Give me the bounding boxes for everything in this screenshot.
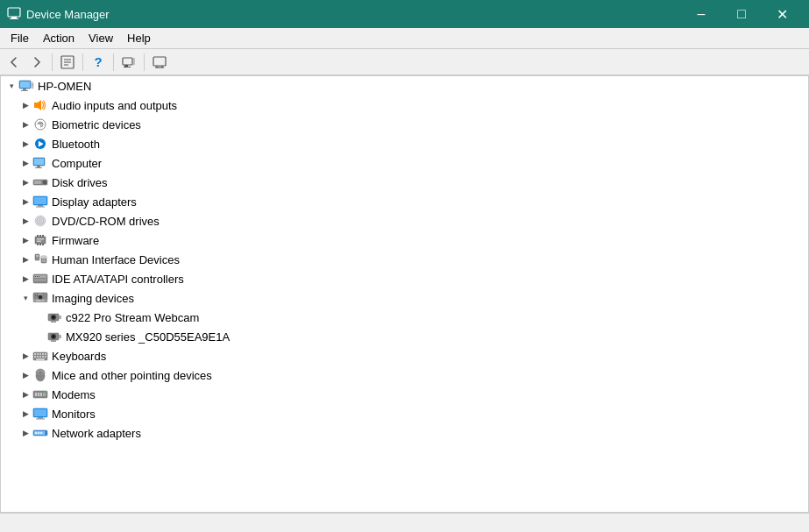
audio-expander[interactable]: ▶ — [18, 98, 32, 112]
monitors-icon — [32, 406, 48, 422]
svg-rect-102 — [35, 393, 37, 396]
main-area: ▾ HP-OMEN ▶ — [0, 75, 809, 513]
svg-rect-0 — [8, 8, 20, 17]
monitors-expander[interactable]: ▶ — [18, 407, 32, 421]
bluetooth-icon — [32, 136, 48, 152]
webcam2-label: MX920 series _C50D55EA9E1A — [66, 330, 230, 344]
svg-rect-91 — [37, 356, 39, 358]
tree-item-audio[interactable]: ▶ Audio inputs and outputs — [1, 96, 808, 115]
network-expander[interactable]: ▶ — [18, 426, 32, 440]
separator-3 — [113, 53, 114, 71]
svg-rect-2 — [10, 18, 18, 19]
tree-item-network[interactable]: ▶ Network adapters — [1, 423, 808, 443]
menu-file[interactable]: File — [4, 30, 36, 46]
svg-rect-20 — [32, 84, 33, 86]
maximize-button[interactable]: □ — [721, 0, 762, 28]
separator-1 — [52, 53, 53, 71]
svg-rect-89 — [45, 353, 46, 355]
network-icon — [32, 425, 48, 441]
webcam2-icon — [46, 329, 62, 344]
ide-icon — [32, 271, 48, 287]
svg-rect-90 — [34, 356, 36, 358]
svg-rect-104 — [40, 393, 42, 396]
imaging-expander[interactable]: ▾ — [18, 291, 32, 305]
svg-rect-51 — [36, 255, 39, 257]
audio-icon — [32, 97, 48, 113]
network-label: Network adapters — [52, 427, 141, 440]
tree-item-display[interactable]: ▶ Display adapters — [1, 192, 808, 211]
tree-item-mice[interactable]: ▶ Mice and other pointing devices — [1, 365, 808, 385]
firmware-icon — [32, 232, 48, 248]
tree-item-keyboards[interactable]: ▶ Keyboards — [1, 346, 808, 365]
svg-rect-93 — [42, 356, 44, 358]
monitor-button[interactable] — [149, 52, 170, 73]
tree-item-webcam2[interactable]: MX920 series _C50D55EA9E1A — [1, 327, 808, 346]
mice-expander[interactable]: ▶ — [18, 368, 32, 382]
svg-rect-87 — [39, 353, 41, 355]
disk-expander[interactable]: ▶ — [18, 175, 32, 189]
modems-icon — [32, 387, 48, 402]
display-expander[interactable]: ▶ — [18, 195, 32, 209]
tree-root[interactable]: ▾ HP-OMEN — [1, 76, 808, 96]
forward-button[interactable] — [26, 52, 47, 73]
tree-item-webcam1[interactable]: c922 Pro Stream Webcam — [1, 308, 808, 327]
svg-rect-85 — [34, 353, 36, 355]
svg-rect-71 — [36, 300, 41, 301]
dvd-label: DVD/CD-ROM drives — [52, 215, 160, 228]
biometric-expander[interactable]: ▶ — [18, 117, 32, 131]
tree-item-hid[interactable]: ▶ Human Interface Devices — [1, 250, 808, 269]
menu-help[interactable]: Help — [120, 30, 158, 46]
status-bar — [0, 513, 809, 532]
properties-button[interactable] — [57, 52, 78, 73]
svg-rect-54 — [41, 256, 46, 259]
svg-rect-44 — [42, 235, 44, 237]
tree-item-imaging[interactable]: ▾ Imaging devices — [1, 288, 808, 308]
tree-item-modems[interactable]: ▶ Modems — [1, 385, 808, 404]
tree-item-biometric[interactable]: ▶ Biometric devices — [1, 115, 808, 134]
svg-rect-92 — [39, 356, 41, 358]
help-button[interactable]: ? — [88, 52, 109, 73]
svg-rect-61 — [39, 276, 39, 277]
separator-4 — [144, 53, 145, 71]
dvd-icon — [32, 213, 48, 229]
tree-item-monitors[interactable]: ▶ Monitors — [1, 404, 808, 423]
svg-point-106 — [45, 391, 46, 393]
svg-point-69 — [39, 296, 42, 299]
scan-button[interactable] — [118, 52, 139, 73]
svg-rect-60 — [37, 276, 38, 277]
audio-label: Audio inputs and outputs — [52, 99, 177, 112]
svg-rect-45 — [37, 244, 39, 245]
bluetooth-expander[interactable]: ▶ — [18, 137, 32, 151]
modems-expander[interactable]: ▶ — [18, 387, 32, 401]
hid-expander[interactable]: ▶ — [18, 252, 32, 266]
tree-item-computer[interactable]: ▶ Computer — [1, 153, 808, 173]
dvd-expander[interactable]: ▶ — [18, 214, 32, 228]
svg-rect-115 — [38, 432, 39, 434]
tree-item-dvd[interactable]: ▶ DVD/CD-ROM drives — [1, 211, 808, 231]
tree-item-firmware[interactable]: ▶ Firmware — [1, 231, 808, 250]
tree-item-ide[interactable]: ▶ IDE ATA/ATAPI controllers — [1, 269, 808, 288]
root-expander[interactable]: ▾ — [4, 79, 18, 93]
svg-rect-109 — [38, 417, 43, 419]
svg-rect-88 — [42, 353, 44, 355]
minimize-button[interactable]: – — [681, 0, 721, 28]
menu-action[interactable]: Action — [36, 30, 82, 46]
ide-expander[interactable]: ▶ — [18, 272, 32, 286]
menu-view[interactable]: View — [82, 30, 120, 46]
firmware-expander[interactable]: ▶ — [18, 233, 32, 247]
svg-rect-27 — [37, 166, 40, 167]
toolbar: ? — [0, 49, 809, 75]
tree-item-disk[interactable]: ▶ Disk drives — [1, 173, 808, 192]
device-tree[interactable]: ▾ HP-OMEN ▶ — [0, 75, 809, 513]
svg-rect-105 — [43, 393, 46, 396]
tree-item-bluetooth[interactable]: ▶ Bluetooth — [1, 134, 808, 153]
svg-rect-110 — [36, 419, 45, 420]
svg-rect-10 — [133, 58, 135, 65]
svg-rect-17 — [23, 89, 26, 90]
keyboards-expander[interactable]: ▶ — [18, 349, 32, 363]
computer-expander[interactable]: ▶ — [18, 156, 32, 170]
back-button[interactable] — [4, 52, 25, 73]
title-bar: Device Manager – □ ✕ — [0, 0, 809, 28]
svg-rect-70 — [42, 300, 44, 301]
close-button[interactable]: ✕ — [762, 0, 802, 28]
